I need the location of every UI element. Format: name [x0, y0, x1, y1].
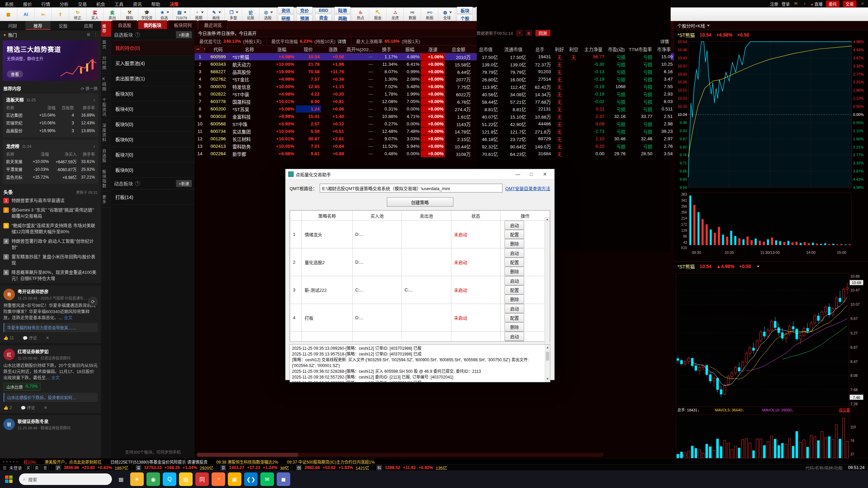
tab-最近浏览[interactable]: 最近浏览	[198, 20, 228, 29]
dyn-board-item[interactable]: 打板(14)	[111, 189, 195, 205]
index-沪[interactable]: 沪3856.86+23.80+0.62%1857亿	[52, 465, 132, 471]
menu-item-报价[interactable]: 报价	[18, 1, 37, 7]
sidebar-tab-推荐[interactable]: 推荐	[25, 21, 51, 30]
list-item[interactable]: 品高股份+19.99%313.85%	[6, 127, 95, 135]
live-button[interactable]: ● 直播	[811, 1, 823, 7]
qmt-path-input[interactable]: E:\湘财迅投QMT极速策略交易系统（模拟交易端）\userdata_mini	[320, 184, 502, 192]
promo-banner[interactable]: 精选三大趋势赛道 无惧调整，静待主升 查看	[3, 40, 98, 81]
vnav-item-个股资讯[interactable]: 个股资讯	[101, 95, 111, 120]
column-header-主力净量[interactable]: 主力净量	[581, 45, 606, 53]
app-grid-icon[interactable]: ▦	[0, 7, 17, 21]
vnav-item-深度资料[interactable]: 深度资料	[101, 120, 111, 146]
report-button[interactable]: ▤710/79	[173, 7, 190, 21]
board-item[interactable]: 我的持仓(0)	[111, 40, 195, 56]
column-header-涨跌[interactable]: 涨跌	[321, 45, 346, 53]
dragon-tiger-button[interactable]: ஃ龙虎	[387, 7, 404, 21]
ticker-message[interactable]: 港美股开户，点击此处即刻前往	[45, 459, 102, 465]
strategy-row[interactable]: 2量化选股2D:...未启动启动配置删除	[290, 248, 550, 276]
dismiss-button[interactable]: ✕	[44, 405, 47, 410]
learn-button[interactable]: 🎓学投资	[138, 7, 156, 21]
forum-button[interactable]: 论论股	[242, 7, 259, 21]
trade-button[interactable]: 交易	[843, 1, 856, 7]
delete-button[interactable]: 删除	[505, 267, 524, 276]
delete-button[interactable]: 删除	[505, 294, 524, 304]
taskbar-search-input[interactable]: ⌕ 搜索	[19, 473, 112, 485]
config-button[interactable]: 配置	[505, 313, 524, 322]
create-strategy-button[interactable]: 创建策略	[387, 197, 453, 207]
hotspot-button[interactable]: ♨热点	[352, 7, 369, 21]
list-item[interactable]: 平潭发展-10.03%-6060.87万25.92%	[6, 165, 95, 173]
ticker-message[interactable]: 09:37 中证500股指期货(IC)主力合约日内涨超1%	[287, 459, 375, 465]
sort-icon[interactable]: ⇅	[202, 47, 205, 52]
detail-link[interactable]: 详情	[337, 38, 346, 44]
list-item[interactable]: 航天发展+10.00%+6467.59万33.61%	[6, 158, 95, 165]
delete-button[interactable]: 删除	[505, 239, 524, 248]
new-board-button[interactable]: +新建	[176, 31, 192, 38]
lock-icon[interactable]: ⚿	[516, 30, 522, 36]
column-header-代码[interactable]: 代码	[205, 45, 231, 53]
vnav-item-首页[interactable]: 首页	[101, 37, 111, 53]
column-header-排[interactable]: ⏮⇅⚙	[195, 45, 205, 53]
news-item[interactable]: 3"鲍威尔盟友"连续发声支持降息 市场对美联储12月降息预期大幅升至80%	[0, 221, 101, 237]
strategy-log[interactable]: ▲▼ 2025-11-25 09:35:13.099260-[策略：ceshi1…	[290, 344, 550, 382]
market-板块-button[interactable]: 板块	[457, 7, 473, 14]
sidebar-tab-论股[interactable]: 论股	[51, 21, 76, 30]
ths-app-icon[interactable]: 同	[195, 472, 209, 486]
minimize-button[interactable]: —	[511, 169, 525, 179]
start-button[interactable]: 启动	[505, 221, 524, 230]
bell-icon[interactable]: ♪	[802, 1, 807, 6]
column-header-换手[interactable]: 换手	[374, 45, 399, 53]
list-item[interactable]: 欢瑞世纪+10.06%312.43%	[6, 119, 95, 127]
help-icon[interactable]: ?	[135, 32, 140, 37]
menu-item-帮助[interactable]: 帮助	[146, 1, 165, 7]
ipo-button[interactable]: IPO新股	[421, 7, 438, 21]
horizontal-scrollbar[interactable]	[197, 453, 604, 457]
qmt-help-link[interactable]: QMT安装目录查询方法	[505, 185, 550, 191]
vnav-item-分时图[interactable]: 分时图	[101, 53, 111, 74]
board-item[interactable]: 板块8(0)	[111, 162, 195, 178]
stock-chip[interactable]: 山水比德-5.73%	[3, 383, 41, 391]
folder-icon[interactable]: ▣	[228, 472, 241, 486]
menu-item-交易[interactable]: 交易	[73, 1, 92, 7]
comment-button[interactable]: 💬 评论	[23, 335, 37, 341]
quick-卖-button[interactable]: 卖	[33, 465, 40, 471]
wechat-icon[interactable]: ✉	[260, 472, 274, 486]
kline-chart[interactable]: 10.8610.4710.079.679.278.878.478.087.687…	[674, 271, 868, 461]
sidebar-tab-应用[interactable]: 应用	[76, 21, 101, 30]
column-header-市盈(动)[interactable]: 市盈(动)	[606, 45, 627, 53]
start-button[interactable]: 启动	[505, 276, 524, 285]
back-icon[interactable]: ⇦	[35, 7, 52, 21]
board-item[interactable]: 板块4(0)	[111, 101, 195, 117]
column-header-总金额[interactable]: 总金额	[445, 45, 472, 53]
ticker-message[interactable]: 09:38 港股恒生科技指数涨幅达2%	[216, 459, 278, 465]
strategy-row[interactable]: 5强势D:...未启动启动配置删除	[290, 332, 550, 342]
news-item[interactable]: 2借Gemini 3 "东风" "谷歌链"挑战"英伟达链" 颠覆AI交易格局	[0, 205, 101, 221]
news-item[interactable]: 5雷军精准抄底？复盘小米历年回购与股价表现	[0, 252, 101, 268]
quick-买-button[interactable]: 买	[25, 465, 32, 471]
ticker-message[interactable]: 日经225ETF(513880)等基金溢价风险提示 请谨慎投资	[111, 459, 208, 465]
weituo-button[interactable]: 委托	[826, 1, 840, 7]
vnav-item-更多[interactable]: 更多	[101, 192, 111, 208]
quote-资金-button[interactable]: 资金	[315, 14, 332, 21]
config-button[interactable]: 配置	[505, 285, 524, 294]
index-科[interactable]: 科1388.52+11.92+0.92%135亿	[373, 465, 450, 471]
screener-button[interactable]: ◎选股	[259, 7, 277, 21]
menu-icon[interactable]: ☰	[3, 465, 6, 470]
tab-板块同列[interactable]: 板块同列	[168, 20, 197, 29]
log-scrollbar[interactable]: ▲▼	[545, 345, 550, 382]
app-icon-extra[interactable]: ◼	[277, 472, 290, 486]
delete-button[interactable]: 删除	[505, 322, 524, 331]
dropdown-caret-icon[interactable]	[449, 12, 452, 13]
start-button[interactable]: 启动	[505, 248, 524, 258]
vnav-item-板块指数[interactable]: 板块指数	[101, 166, 111, 192]
news-item[interactable]: 4特朗普签署行政令 启动人工智能"创世纪计划"	[0, 237, 101, 252]
menu-item-机会[interactable]: 机会	[92, 1, 110, 7]
qq-icon[interactable]: Q	[163, 472, 176, 486]
market-个股-button[interactable]: 个股	[457, 15, 473, 22]
dialog-titlebar[interactable]: 点拓量化交易助手 — □ ✕	[285, 169, 554, 180]
code-search-hint[interactable]: 代码/名称/简拼/功能	[805, 465, 843, 471]
search-icon[interactable]: ▪	[3, 460, 4, 464]
start-button[interactable]: 启动	[505, 304, 524, 313]
sidebar-tab-问财[interactable]: 问财	[0, 21, 25, 30]
buy-button[interactable]: 买买入	[86, 7, 104, 21]
